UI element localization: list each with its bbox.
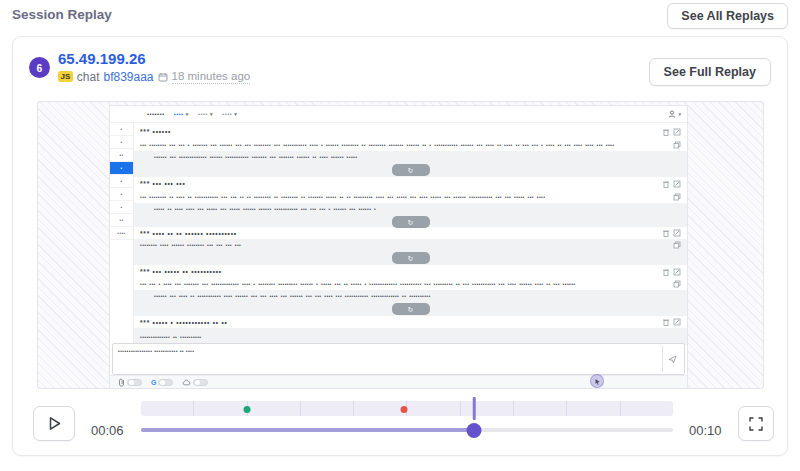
send-icon (662, 346, 682, 372)
recorded-dropdown-3: ••••▾ (222, 111, 237, 117)
recorded-chat-content: *** •••••• ••• •••••••• ••• ••• • ••••••… (134, 123, 687, 343)
timeline-segment[interactable] (567, 401, 620, 416)
replay-viewport[interactable]: ••••••• ••••▾ ••••▾ ••••▾ ▾ • • (37, 101, 764, 389)
recorded-sidebar: • • •• • • • • •• •••• (110, 123, 134, 343)
timeline-segment[interactable] (354, 401, 407, 416)
chat-message-group: *** ••• ••••• •• •••••••••• ••• ••• • ••… (134, 265, 687, 316)
timeline-segment[interactable] (621, 401, 673, 416)
playback-timeline (141, 399, 673, 443)
timeline-segment[interactable] (461, 401, 514, 416)
edit-icon (673, 268, 681, 276)
session-replay-card: 6 65.49.199.26 JS chat bf839aaa 18 minut… (12, 36, 788, 456)
chat-message-group: *** ••• ••• ••• ••• •••••••• •• •••• •• … (134, 177, 687, 227)
google-toggle (158, 379, 173, 386)
seek-slider-track[interactable] (141, 428, 673, 432)
chevron-down-icon: ▾ (678, 111, 681, 117)
attachment-toggle (127, 379, 142, 386)
recorded-model-dropdown: ••••▾ (174, 111, 189, 117)
trash-icon (662, 229, 670, 237)
google-icon: G (151, 379, 156, 386)
see-all-replays-button[interactable]: See All Replays (667, 3, 788, 29)
sidebar-entry: •• (110, 149, 133, 162)
refresh-icon: ↻ (392, 303, 430, 315)
trash-icon (662, 180, 670, 188)
recorded-dropdown-2: ••••▾ (198, 111, 213, 117)
refresh-icon: ↻ (392, 252, 430, 264)
paperclip-icon (118, 378, 125, 387)
recorded-avatar: ▾ (668, 110, 681, 118)
recorded-app-window: ••••••• ••••▾ ••••▾ ••••▾ ▾ • • (109, 105, 688, 389)
recorded-app-header: ••••••• ••••▾ ••••▾ ••••▾ ▾ (110, 106, 687, 123)
seek-slider-handle[interactable] (467, 423, 482, 438)
page-title: Session Replay (12, 7, 112, 22)
refresh-icon: ↻ (392, 164, 430, 176)
fullscreen-button[interactable] (738, 406, 774, 441)
session-ip-link[interactable]: 65.49.199.26 (58, 50, 146, 67)
sidebar-entry-active: • (110, 162, 133, 175)
cloud-toggle (193, 379, 208, 386)
sidebar-entry: • (110, 188, 133, 201)
session-id-link[interactable]: bf839aaa (103, 70, 153, 84)
recorded-message-input: •••••••••••••••• ••••••••••• •• •••• (112, 343, 685, 375)
event-marker[interactable] (244, 406, 251, 413)
error-marker[interactable] (401, 406, 408, 413)
session-meta: JS chat bf839aaa 18 minutes ago (58, 69, 250, 84)
see-full-replay-button[interactable]: See Full Replay (649, 58, 771, 86)
sidebar-entry: • (110, 175, 133, 188)
chevron-down-icon: ▾ (234, 111, 237, 117)
timeline-segment[interactable] (141, 401, 194, 416)
copy-icon (673, 280, 681, 288)
calendar-icon (158, 72, 168, 82)
session-timestamp: 18 minutes ago (172, 69, 251, 84)
timeline-segment[interactable] (407, 401, 460, 416)
edit-icon (673, 128, 681, 136)
chat-message-group: *** •••• •• •• •••••• •••••••••• •••••••… (134, 227, 687, 265)
timeline-segment[interactable] (514, 401, 567, 416)
replay-cursor-indicator (590, 374, 604, 388)
sidebar-entry: • (110, 123, 133, 136)
javascript-badge: JS (58, 71, 73, 82)
sidebar-entry: • (110, 136, 133, 149)
current-time-label: 00:06 (91, 423, 124, 438)
trash-icon (662, 268, 670, 276)
total-time-label: 00:10 (689, 423, 722, 438)
edit-icon (673, 318, 681, 326)
trash-icon (662, 318, 670, 326)
channel-label: chat (77, 70, 100, 84)
sidebar-entry: •••• (110, 227, 133, 240)
timeline-segment[interactable] (194, 401, 247, 416)
copy-icon (673, 141, 681, 149)
copy-icon (673, 241, 681, 249)
chat-message-group: *** •••••• ••• •••••••• ••• ••• • ••••••… (134, 125, 687, 177)
sidebar-entry: • (110, 201, 133, 214)
chevron-down-icon: ▾ (186, 111, 189, 117)
trash-icon (662, 128, 670, 136)
session-count-badge: 6 (29, 57, 50, 78)
chat-message-group: *** ••••• • ••••••••••• •• •• ••••••••••… (134, 316, 687, 345)
timeline-segment[interactable] (248, 401, 301, 416)
recorded-app-body: • • •• • • • • •• •••• *** •••••• ••• ••… (110, 123, 687, 343)
recorded-brand-text: ••••••• (147, 111, 165, 117)
seek-slider-progress (141, 428, 474, 432)
sidebar-entry: •• (110, 214, 133, 227)
timeline-segment[interactable] (301, 401, 354, 416)
edit-icon (673, 180, 681, 188)
cloud-icon (182, 379, 191, 386)
refresh-icon: ↻ (392, 216, 430, 228)
play-button[interactable] (33, 406, 75, 441)
edit-icon (673, 229, 681, 237)
copy-icon (673, 193, 681, 201)
current-position-marker (473, 397, 476, 420)
chevron-down-icon: ▾ (210, 111, 213, 117)
